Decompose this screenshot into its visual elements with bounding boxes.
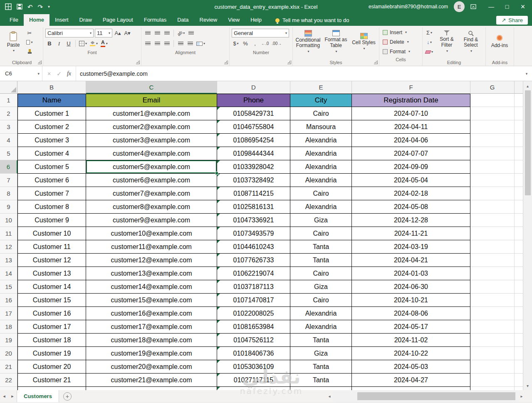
tab-file[interactable]: File — [4, 14, 24, 26]
cell-F9[interactable]: 2024-05-08 — [352, 200, 470, 214]
cell-C13[interactable]: customer12@example.com — [86, 254, 217, 267]
cell-D12[interactable]: 01044610243 — [217, 240, 290, 254]
cell-styles-button[interactable]: Cell Styles ▾ — [351, 28, 377, 55]
cell-C8[interactable]: customer7@example.com — [86, 187, 217, 200]
undo-icon[interactable]: ↶ — [27, 4, 33, 10]
cell-G7[interactable] — [470, 174, 515, 187]
scroll-down-icon[interactable]: ▾ — [523, 381, 532, 390]
cell-C4[interactable]: customer3@example.com — [86, 134, 217, 147]
row-header-5[interactable]: 5 — [0, 147, 17, 160]
cell-E12[interactable]: Tanta — [290, 240, 352, 254]
sort-filter-button[interactable]: Sort & Filter ▾ — [435, 28, 458, 55]
save-icon[interactable] — [17, 4, 22, 10]
vertical-scrollbar[interactable]: ▴ ▾ — [523, 81, 532, 390]
cell-E18[interactable]: Alexandria — [290, 320, 352, 334]
cell-F8[interactable]: 2024-02-18 — [352, 187, 470, 200]
header-cell-name[interactable]: Name — [17, 94, 86, 107]
cell-F22[interactable]: 2024-04-27 — [352, 374, 470, 387]
addins-button[interactable]: Add-ins — [488, 28, 511, 55]
styles-dialog-launcher[interactable] — [374, 60, 378, 64]
increase-decimal-button[interactable]: ←.0 — [260, 39, 270, 48]
cell-C21[interactable]: customer20@example.com — [86, 360, 217, 374]
customize-quick-access-icon[interactable]: ▾ — [48, 5, 50, 9]
copy-button[interactable]: ▾ — [25, 38, 34, 47]
cell-E4[interactable]: Alexandria — [290, 134, 352, 147]
clipboard-dialog-launcher[interactable] — [38, 60, 42, 64]
font-size-select[interactable]: 11▾ — [95, 29, 112, 37]
cell-C15[interactable]: customer14@example.com — [86, 280, 217, 294]
tab-formulas[interactable]: Formulas — [139, 14, 172, 26]
row-header-10[interactable]: 10 — [0, 214, 17, 227]
cell-E13[interactable]: Tanta — [290, 254, 352, 267]
sheet-nav-right-icon[interactable]: ▸ — [8, 394, 17, 399]
cell-F14[interactable]: 2024-01-03 — [352, 267, 470, 280]
cell-G23[interactable] — [470, 387, 515, 390]
decrease-indent-button[interactable] — [176, 39, 185, 48]
cell-G22[interactable] — [470, 374, 515, 387]
column-header-F[interactable]: F — [352, 81, 470, 94]
row-header-8[interactable]: 8 — [0, 187, 17, 200]
row-header-22[interactable]: 22 — [0, 374, 17, 387]
row-header-19[interactable]: 19 — [0, 334, 17, 347]
number-dialog-launcher[interactable] — [287, 60, 291, 64]
number-format-select[interactable]: General▾ — [232, 29, 289, 37]
row-header-12[interactable]: 12 — [0, 240, 17, 254]
cancel-icon[interactable]: × — [45, 70, 54, 77]
cell-G11[interactable] — [470, 227, 515, 240]
scroll-left-icon[interactable]: ◂ — [326, 394, 333, 399]
cell-C23[interactable] — [86, 387, 217, 390]
orientation-button[interactable]: ab▾ — [176, 29, 186, 37]
formula-input[interactable]: customer5@example.com — [76, 66, 521, 81]
header-cell-email[interactable]: Email — [86, 94, 217, 107]
cell-C14[interactable]: customer13@example.com — [86, 267, 217, 280]
format-as-table-button[interactable]: Format as Table ▾ — [323, 28, 349, 55]
cell-B18[interactable]: Customer 17 — [17, 320, 86, 334]
find-select-button[interactable]: Find & Select ▾ — [460, 28, 482, 55]
decrease-font-size-icon[interactable]: A▾ — [123, 29, 131, 37]
cell-G1[interactable] — [470, 94, 515, 107]
borders-button[interactable]: ▾ — [78, 39, 88, 48]
underline-button[interactable]: U — [64, 39, 73, 48]
cell-D5[interactable]: 01098444344 — [217, 147, 290, 160]
row-header-16[interactable]: 16 — [0, 294, 17, 307]
cell-C9[interactable]: customer8@example.com — [86, 200, 217, 214]
name-box[interactable]: C6 ▾ — [0, 66, 42, 81]
name-box-dropdown-icon[interactable]: ▾ — [37, 72, 40, 76]
cell-F2[interactable]: 2024-07-10 — [352, 107, 470, 120]
cell-G4[interactable] — [470, 134, 515, 147]
row-header-9[interactable]: 9 — [0, 200, 17, 214]
cell-E20[interactable]: Giza — [290, 347, 352, 360]
cell-F13[interactable]: 2024-04-21 — [352, 254, 470, 267]
cell-G2[interactable] — [470, 107, 515, 120]
cell-E17[interactable]: Alexandria — [290, 307, 352, 320]
row-header-1[interactable]: 1 — [0, 94, 17, 107]
cell-F23[interactable] — [352, 387, 470, 390]
cell-F21[interactable]: 2024-05-03 — [352, 360, 470, 374]
cell-F5[interactable]: 2024-07-07 — [352, 147, 470, 160]
horizontal-scrollbar[interactable]: ◂ ▸ — [326, 390, 525, 402]
insert-button[interactable]: Insert▾ — [381, 28, 420, 37]
cell-B21[interactable]: Customer 20 — [17, 360, 86, 374]
italic-button[interactable]: I — [55, 39, 63, 48]
cell-F18[interactable]: 2024-05-17 — [352, 320, 470, 334]
cell-D13[interactable]: 01077626733 — [217, 254, 290, 267]
cell-G13[interactable] — [470, 254, 515, 267]
cell-G6[interactable] — [470, 160, 515, 174]
header-cell-city[interactable]: City — [290, 94, 352, 107]
column-header-G[interactable]: G — [470, 81, 515, 94]
cell-C17[interactable]: customer16@example.com — [86, 307, 217, 320]
cell-D15[interactable]: 01037187113 — [217, 280, 290, 294]
cell-F15[interactable]: 2024-06-30 — [352, 280, 470, 294]
cell-B7[interactable]: Customer 6 — [17, 174, 86, 187]
excel-app-icon[interactable] — [5, 3, 12, 10]
bold-button[interactable]: B — [45, 39, 54, 48]
sheet-nav-left-icon[interactable]: ◂ — [0, 394, 8, 399]
scroll-up-icon[interactable]: ▴ — [523, 81, 532, 90]
cell-F17[interactable]: 2024-08-06 — [352, 307, 470, 320]
tab-review[interactable]: Review — [194, 14, 223, 26]
cell-E5[interactable]: Alexandria — [290, 147, 352, 160]
cell-D2[interactable]: 01058429731 — [217, 107, 290, 120]
account-email[interactable]: eslamaliebrahim8790@hotmail.com — [369, 4, 448, 10]
increase-font-size-icon[interactable]: A▴ — [114, 29, 122, 37]
decrease-decimal-button[interactable]: .00→ — [271, 39, 282, 48]
